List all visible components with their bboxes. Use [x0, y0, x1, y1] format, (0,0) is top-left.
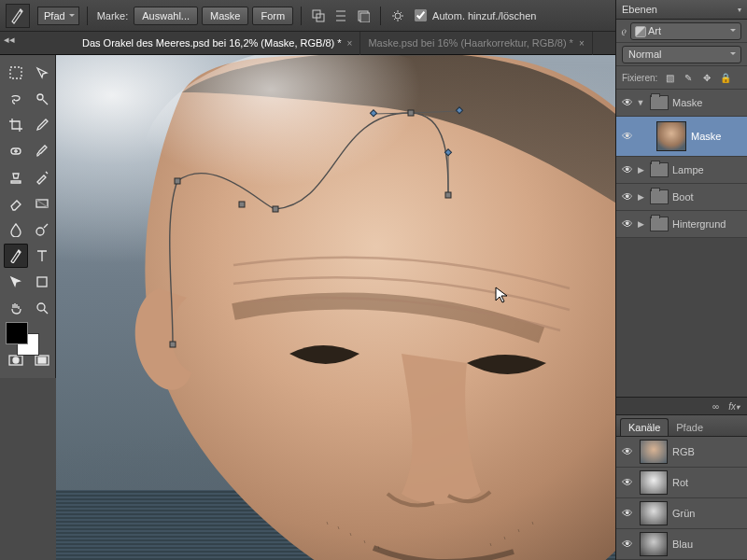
tab-title: Maske.psd bei 16% (Haarkorrektur, RGB/8)… [368, 32, 572, 55]
folder-icon [650, 95, 669, 110]
svg-point-16 [140, 55, 514, 288]
layer-group-lampe[interactable]: 👁 ▶ Lampe [616, 157, 747, 184]
tab-paths[interactable]: Pfade [669, 419, 711, 436]
tab-document-2[interactable]: Maske.psd bei 16% (Haarkorrektur, RGB/8)… [360, 32, 592, 55]
layer-thumbnail[interactable] [656, 121, 686, 151]
channel-name: Rot [672, 477, 747, 488]
toolbox [0, 55, 56, 378]
path-arrange-icon[interactable] [354, 7, 373, 25]
twist-icon[interactable]: ▼ [635, 98, 646, 107]
visibility-icon[interactable]: 👁 [620, 538, 635, 551]
visibility-icon[interactable]: 👁 [620, 130, 635, 143]
tabbar-handle-icon[interactable]: ◂◂ [4, 34, 17, 52]
path-align-icon[interactable] [331, 7, 350, 25]
kind-filter-dropdown[interactable]: Art [630, 22, 741, 40]
lock-pixels-icon[interactable]: ▧ [663, 71, 676, 84]
panel-menu-icon[interactable]: ▾ [738, 6, 741, 14]
dodge-tool[interactable] [30, 217, 54, 242]
path-mode-dropdown[interactable]: Pfad [37, 7, 79, 25]
lock-position-icon[interactable]: ✥ [700, 71, 713, 84]
healing-tool[interactable] [4, 139, 28, 163]
visibility-icon[interactable]: 👁 [620, 163, 635, 176]
link-icon[interactable]: ∞ [712, 401, 719, 412]
visibility-icon[interactable]: 👁 [620, 217, 635, 231]
tab-channels[interactable]: Kanäle [620, 418, 669, 436]
autoadd-label: Autom. hinzuf./löschen [432, 10, 536, 21]
channel-thumbnail [640, 440, 668, 464]
move-tool[interactable] [30, 61, 54, 85]
layer-name: Lampe [672, 164, 747, 175]
lasso-tool[interactable] [4, 87, 28, 111]
layer-group-hintergrund[interactable]: 👁 ▶ Hintergrund [616, 211, 747, 238]
layers-footer-bar: ∞ fx▾ [616, 397, 747, 415]
path-select-tool[interactable] [4, 270, 28, 294]
head-image [93, 55, 616, 560]
crop-tool[interactable] [4, 113, 28, 137]
lock-all-icon[interactable]: 🔒 [719, 71, 732, 84]
layers-empty-area [616, 238, 747, 397]
layer-name: Maske [672, 97, 747, 108]
shape-tool[interactable] [30, 270, 54, 294]
blend-mode-dropdown[interactable]: Normal [622, 46, 741, 63]
channel-red[interactable]: 👁 Rot [616, 468, 747, 498]
visibility-icon[interactable]: 👁 [620, 507, 635, 520]
pen-tool[interactable] [4, 244, 28, 268]
svg-point-4 [395, 13, 401, 19]
color-swatches[interactable] [4, 322, 54, 346]
tab-document-1[interactable]: Das Orakel des Meeres.psd bei 16,2% (Mas… [75, 32, 360, 55]
document-canvas[interactable] [56, 55, 616, 560]
hand-tool[interactable] [4, 296, 28, 320]
path-union-icon[interactable] [309, 7, 328, 25]
svg-rect-3 [360, 13, 370, 22]
foreground-color-swatch[interactable] [6, 322, 28, 344]
channel-blue[interactable]: 👁 Blau [616, 529, 747, 560]
channel-green[interactable]: 👁 Grün [616, 498, 747, 529]
layer-group-maske[interactable]: 👁 ▼ Maske [616, 90, 747, 117]
layer-name: Boot [672, 191, 747, 203]
type-tool[interactable] [30, 244, 54, 268]
lock-brush-icon[interactable]: ✎ [682, 71, 695, 84]
visibility-icon[interactable]: 👁 [620, 96, 635, 109]
twist-icon[interactable]: ▶ [635, 219, 646, 229]
visibility-icon[interactable]: 👁 [620, 190, 635, 203]
gradient-tool[interactable] [30, 191, 54, 216]
layers-panel-header[interactable]: Ebenen ▾ [616, 0, 747, 20]
svg-rect-10 [37, 277, 47, 287]
quick-select-tool[interactable] [30, 87, 54, 111]
eraser-tool[interactable] [4, 191, 28, 216]
close-icon[interactable]: × [579, 32, 585, 55]
close-icon[interactable]: × [347, 32, 353, 55]
channel-thumbnail [640, 470, 668, 495]
channel-rgb[interactable]: 👁 RGB [616, 437, 747, 468]
autoadd-checkbox[interactable] [415, 9, 427, 21]
eyedropper-tool[interactable] [30, 113, 54, 137]
make-selection-button[interactable]: Auswahl... [134, 7, 198, 25]
twist-icon[interactable]: ▶ [635, 165, 646, 175]
zoom-tool[interactable] [30, 296, 54, 320]
channels-list: 👁 RGB 👁 Rot 👁 Grün 👁 Blau [616, 437, 747, 560]
blur-tool[interactable] [4, 217, 28, 242]
blend-mode-row: Normal [616, 43, 747, 66]
active-tool-indicator [6, 4, 30, 28]
path-settings-icon[interactable] [388, 7, 407, 25]
twist-icon[interactable]: ▶ [635, 192, 646, 202]
visibility-icon[interactable]: 👁 [620, 445, 635, 458]
layer-kind-row: 𝜌 Art [616, 20, 747, 43]
make-mask-button[interactable]: Maske [202, 7, 248, 25]
visibility-icon[interactable]: 👁 [620, 476, 635, 489]
layer-name: Hintergrund [672, 218, 747, 230]
layer-group-boot[interactable]: 👁 ▶ Boot [616, 184, 747, 211]
marquee-tool[interactable] [4, 61, 28, 85]
channel-name: RGB [672, 446, 747, 457]
make-shape-button[interactable]: Form [252, 7, 293, 25]
brush-tool[interactable] [30, 139, 54, 163]
layers-list: 👁 ▼ Maske 👁 Maske 👁 ▶ Lampe 👁 ▶ Boot 👁 ▶ [616, 90, 747, 238]
layer-image-maske[interactable]: 👁 Maske [616, 117, 747, 157]
channel-name: Blau [672, 539, 747, 550]
svg-rect-15 [38, 357, 46, 363]
history-brush-tool[interactable] [30, 165, 54, 189]
fx-icon[interactable]: fx▾ [728, 401, 740, 412]
stamp-tool[interactable] [4, 165, 28, 189]
channel-thumbnail [640, 532, 668, 556]
make-label: Marke: [97, 10, 129, 21]
